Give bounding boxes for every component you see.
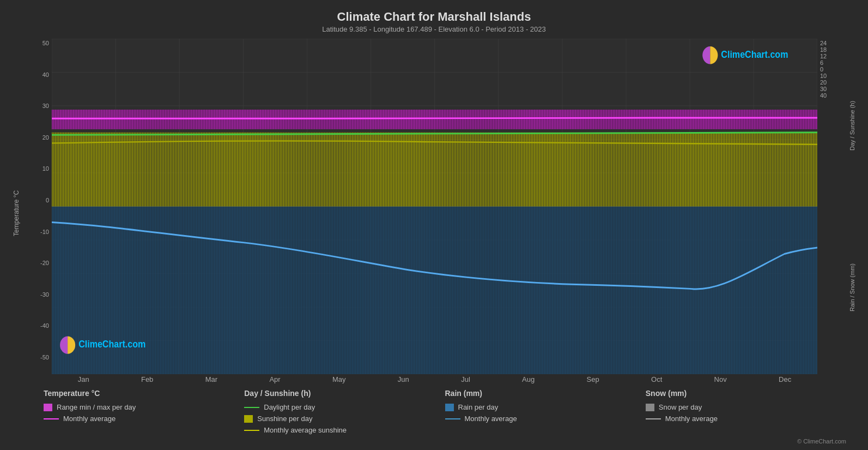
legend-temperature-title: Temperature °C [44,389,244,398]
legend-snow-avg: Monthly average [646,415,846,423]
y-axis-right-label-rain: Rain / Snow (mm) [847,201,858,361]
legend-daylight: Daylight per day [244,403,445,411]
snow-swatch [646,404,654,411]
svg-rect-32 [52,207,817,375]
legend-sunshine-swatch: Sunshine per day [244,415,445,423]
legend-temp-range: Range min / max per day [44,403,244,411]
legend-temperature: Temperature °C Range min / max per day M… [44,389,244,434]
legend-sunshine-avg: Monthly average sunshine [244,426,445,434]
chart-header: Climate Chart for Marshall Islands Latit… [11,5,857,35]
daylight-line [244,407,259,408]
chart-area: ClimeChart.com ClimeChart.com [52,39,817,374]
chart-title: Climate Chart for Marshall Islands [11,10,857,24]
y-axis-right-label-sunshine: Day / Sunshine (h) [847,39,858,199]
legend-sunshine-title: Day / Sunshine (h) [244,389,445,398]
sunshine-swatch [244,415,253,423]
svg-text:ClimeChart.com: ClimeChart.com [78,338,145,350]
y-axis-left-label: Temperature °C [11,39,22,374]
chart-container: Temperature °C 50 40 30 20 10 0 -10 -20 … [11,39,857,374]
sunshine-avg-line [244,430,259,431]
legend-rain-avg: Monthly average [445,415,646,423]
legend-rain-swatch: Rain per day [445,403,646,411]
legend-rain: Rain (mm) Rain per day Monthly average [445,389,646,434]
legend-temp-avg: Monthly average [44,415,244,423]
legend-snow: Snow (mm) Snow per day Monthly average [646,389,846,434]
legend-rain-title: Rain (mm) [445,389,646,398]
snow-avg-line [646,418,661,419]
legend-snow-title: Snow (mm) [646,389,846,398]
copyright: © ClimeChart.com [11,437,857,445]
y-axis-left: 50 40 30 20 10 0 -10 -20 -30 -40 -50 [22,39,52,374]
rain-swatch [445,404,454,411]
chart-subtitle: Latitude 9.385 - Longitude 167.489 - Ele… [11,25,857,33]
legend: Temperature °C Range min / max per day M… [11,383,857,437]
temp-avg-line [44,418,59,419]
temp-range-swatch [44,404,52,411]
legend-snow-swatch: Snow per day [646,403,846,411]
legend-sunshine: Day / Sunshine (h) Daylight per day Suns… [244,389,445,434]
y-axis-right-sunshine: 24 18 12 6 0 10 20 30 40 [817,39,847,112]
rain-avg-line [445,418,460,419]
svg-rect-36 [52,110,817,129]
x-axis: Jan Feb Mar Apr May Jun Jul Aug Sep Oct … [52,374,817,383]
svg-text:ClimeChart.com: ClimeChart.com [721,49,788,60]
